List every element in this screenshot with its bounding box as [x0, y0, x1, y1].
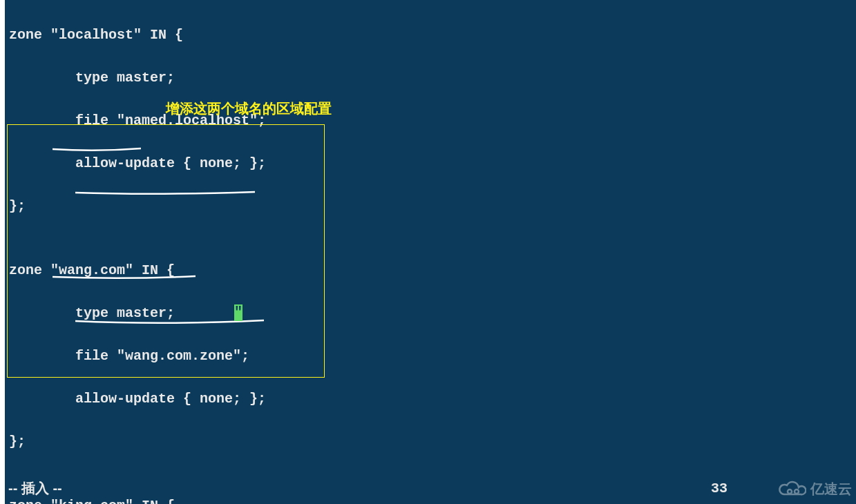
code-line: type master;: [9, 302, 705, 324]
code-line: allow-update { none; };: [9, 388, 705, 409]
cloud-icon: [776, 480, 806, 499]
code-line: file "wang.com.zone";: [9, 345, 705, 367]
left-gutter: [0, 0, 5, 504]
editor-content[interactable]: zone "localhost" IN { type master; file …: [9, 3, 705, 504]
code-line: zone "king.com" IN {: [9, 495, 705, 504]
svg-point-0: [788, 490, 792, 494]
code-line: zone "localhost" IN {: [9, 24, 705, 46]
code-line: };: [9, 195, 705, 217]
code-line: allow-update { none; };: [9, 153, 705, 174]
code-line: };: [9, 431, 705, 452]
annotation-label: 增添这两个域名的区域配置: [166, 98, 332, 119]
text-cursor: ": [234, 304, 242, 321]
line-number-indicator: 33: [711, 478, 727, 499]
code-line: type master;: [9, 67, 705, 88]
vim-mode-status: -- 插入 --: [8, 478, 62, 499]
watermark: 亿速云: [776, 478, 852, 500]
code-line: zone "wang.com" IN {: [9, 260, 705, 281]
code-line: file "named.localhost";: [9, 110, 705, 131]
watermark-text: 亿速云: [810, 478, 852, 500]
svg-point-1: [795, 490, 799, 494]
